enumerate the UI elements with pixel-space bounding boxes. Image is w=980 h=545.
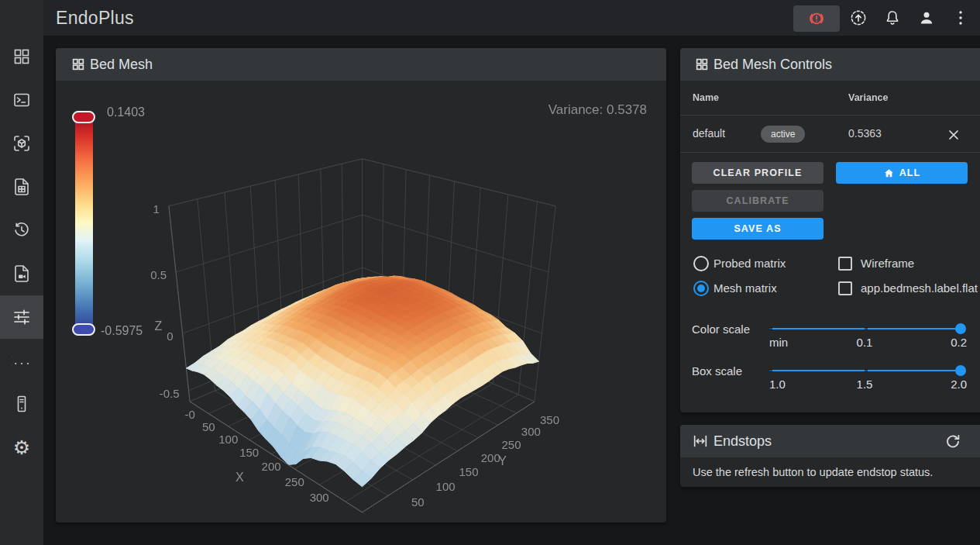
mesh-matrix-label: Mesh matrix	[714, 281, 777, 296]
box-scale-tick-min: 1.0	[769, 378, 786, 391]
endstops-card-title: Endstops	[714, 425, 772, 457]
mesh-matrix-radio[interactable]	[693, 281, 709, 296]
refresh-endstops-button[interactable]	[944, 432, 962, 450]
history-icon	[12, 221, 31, 240]
gcode-preview-icon	[12, 134, 31, 153]
wireframe-label: Wireframe	[861, 256, 914, 271]
flat-checkbox[interactable]	[838, 281, 852, 295]
home-all-button[interactable]: ALL	[836, 162, 968, 184]
column-header-variance: Variance	[848, 92, 888, 103]
dots-vertical-icon	[951, 9, 970, 27]
home-all-label: ALL	[899, 167, 921, 178]
sidebar: {...} ⚙	[0, 0, 43, 545]
refresh-icon	[944, 432, 962, 450]
notifications-button[interactable]	[875, 0, 910, 36]
emergency-stop-icon	[807, 9, 826, 28]
dashboard-icon	[12, 47, 31, 66]
colorbar-max-cap	[72, 111, 95, 123]
color-scale-slider-thumb[interactable]	[955, 323, 966, 334]
sidebar-item-configure[interactable]: {...}	[0, 339, 43, 382]
color-scale-slider[interactable]	[769, 328, 965, 329]
grid-icon	[71, 57, 85, 71]
box-scale-tick-mid: 1.5	[852, 378, 877, 391]
console-icon	[12, 91, 31, 109]
box-scale-label: Box scale	[692, 364, 742, 378]
box-scale-slider[interactable]	[769, 370, 965, 371]
active-badge: active	[761, 126, 805, 143]
bed-mesh-card-title: Bed Mesh	[90, 48, 153, 81]
save-as-button[interactable]: SAVE AS	[692, 218, 824, 240]
box-scale-slider-thumb[interactable]	[955, 365, 966, 376]
bed-mesh-controls-card: Bed Mesh Controls Name Variance default …	[680, 48, 980, 412]
bed-mesh-card-header: Bed Mesh	[56, 48, 666, 81]
column-header-name: Name	[693, 92, 719, 103]
svg-text:{...}: {...}	[12, 355, 32, 367]
profile-variance: 0.5363	[848, 127, 882, 140]
person-icon	[917, 9, 936, 27]
endstops-card-header: Endstops	[680, 425, 980, 457]
sidebar-item-jobs[interactable]	[0, 165, 43, 209]
colorbar	[75, 117, 93, 329]
sidebar-item-dashboard[interactable]	[0, 35, 43, 78]
overflow-menu-button[interactable]	[944, 0, 978, 36]
grid-icon	[695, 57, 709, 71]
controls-card-header: Bed Mesh Controls	[680, 48, 980, 81]
sidebar-item-timelapse[interactable]	[0, 252, 43, 295]
endstops-icon	[692, 433, 709, 450]
box-scale-tick-max: 2.0	[942, 378, 967, 391]
configure-icon: {...}	[12, 351, 32, 370]
wireframe-checkbox[interactable]	[838, 257, 852, 271]
sidebar-item-console[interactable]	[0, 78, 43, 122]
sidebar-item-gcode-preview[interactable]	[0, 122, 43, 165]
probed-matrix-radio[interactable]	[693, 256, 709, 271]
home-icon	[883, 167, 895, 179]
divider	[680, 152, 980, 153]
account-button[interactable]	[910, 0, 944, 36]
colorbar-min-cap	[72, 323, 95, 336]
flat-label: app.bedmesh.label.flat	[861, 281, 978, 296]
clear-profile-button[interactable]: CLEAR PROFILE	[692, 162, 824, 184]
close-icon	[947, 128, 961, 142]
upload-circle-icon	[849, 9, 868, 27]
system-icon	[12, 395, 31, 413]
settings-gear-icon: ⚙	[13, 438, 30, 457]
probed-matrix-label: Probed matrix	[714, 256, 786, 271]
app-title: EndoPlus	[56, 0, 134, 36]
topbar: EndoPlus	[43, 0, 980, 36]
bed-mesh-card: Bed Mesh 0.1403 -0.5975 Variance: 0.5378	[56, 48, 666, 523]
topbar-actions	[793, 0, 978, 36]
sidebar-item-tune[interactable]	[0, 295, 43, 339]
upload-button[interactable]	[841, 0, 875, 36]
bed-mesh-3d-plot[interactable]	[56, 81, 666, 523]
colorbar-max-label: 0.1403	[107, 105, 145, 119]
profile-name: default	[693, 127, 725, 140]
remove-profile-button[interactable]	[947, 128, 961, 142]
colorbar-min-label: -0.5975	[101, 324, 143, 338]
tune-icon	[12, 308, 31, 326]
color-scale-tick-mid: 0.1	[852, 336, 877, 349]
color-scale-label: Color scale	[692, 323, 750, 336]
controls-card-title: Bed Mesh Controls	[714, 48, 832, 81]
jobs-icon	[12, 178, 31, 196]
variance-label: Variance: 0.5378	[548, 102, 647, 118]
endstops-message: Use the refresh button to update endstop…	[693, 466, 933, 478]
color-scale-tick-min: min	[769, 336, 788, 349]
emergency-stop-button[interactable]	[793, 5, 840, 32]
sidebar-item-system[interactable]	[0, 382, 43, 426]
bell-icon	[883, 9, 902, 27]
divider	[680, 115, 980, 116]
sidebar-item-history[interactable]	[0, 209, 43, 252]
color-scale-tick-max: 0.2	[942, 336, 967, 349]
sidebar-item-settings[interactable]: ⚙	[0, 426, 43, 469]
timelapse-icon	[12, 264, 31, 283]
calibrate-button[interactable]: CALIBRATE	[692, 190, 824, 212]
endstops-card: Endstops Use the refresh button to updat…	[680, 425, 980, 487]
